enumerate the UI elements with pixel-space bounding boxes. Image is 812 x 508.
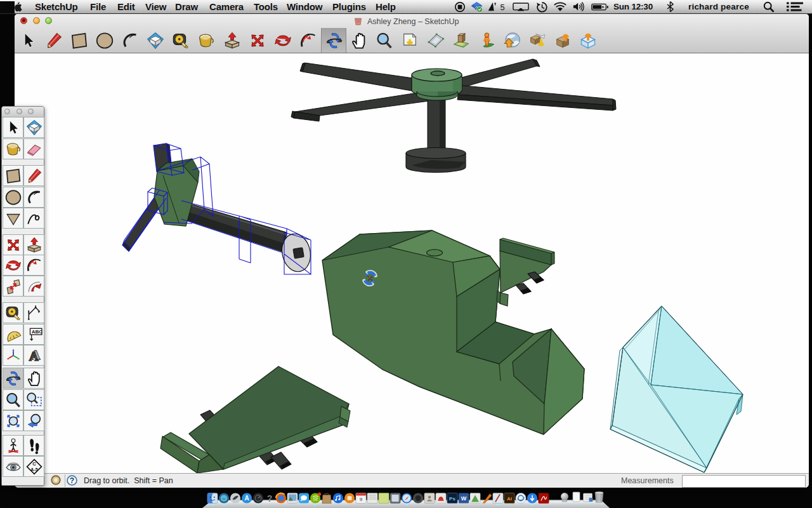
svg-text:5: 5	[501, 3, 505, 12]
svg-text:?: ?	[70, 476, 74, 485]
svg-text:9: 9	[360, 497, 363, 502]
svg-text:?: ?	[267, 493, 273, 504]
svg-text:Ps: Ps	[449, 496, 455, 502]
svg-text:A: A	[244, 495, 249, 502]
svg-text:W: W	[461, 495, 467, 502]
svg-text:Ai: Ai	[507, 496, 512, 502]
